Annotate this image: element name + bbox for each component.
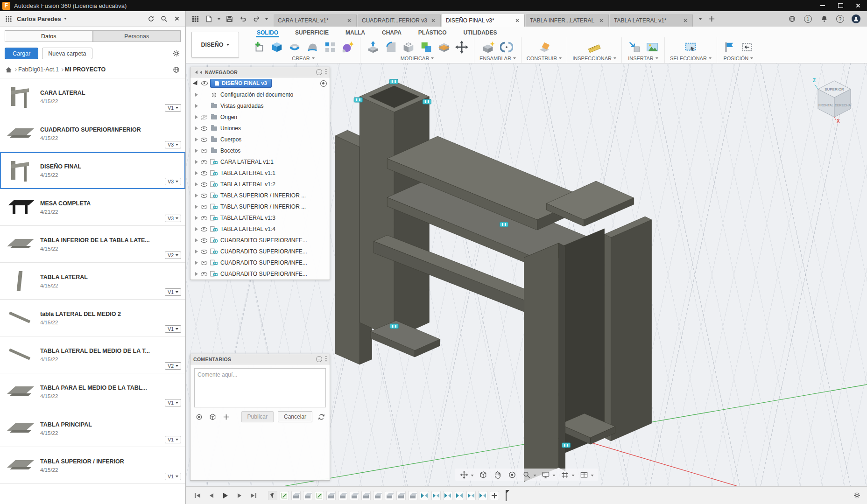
maximize-icon[interactable] xyxy=(832,0,849,11)
timeline-settings-gear-icon[interactable] xyxy=(852,491,861,500)
visibility-eye-icon[interactable] xyxy=(201,194,207,198)
timeline-step-back-icon[interactable] xyxy=(205,490,217,501)
visibility-eye-icon[interactable] xyxy=(201,182,207,187)
expand-arrow-icon[interactable] xyxy=(195,138,198,141)
ribbon-tab[interactable]: UTILIDADES xyxy=(462,29,498,37)
version-badge[interactable]: V1 xyxy=(165,473,181,480)
timeline-feature[interactable] xyxy=(280,491,289,500)
navigator-item[interactable]: CARA LATERAL v1:1 xyxy=(190,156,330,168)
component-filter-icon[interactable] xyxy=(193,80,199,86)
panel-settings-gear-icon[interactable] xyxy=(171,49,181,58)
apps-grid-icon[interactable] xyxy=(190,14,200,24)
version-badge[interactable]: V3 xyxy=(165,215,181,222)
new-tab-plus-icon[interactable] xyxy=(707,14,716,24)
expand-arrow-icon[interactable] xyxy=(195,149,198,153)
project-item[interactable]: tabla LATERAL DEL MEDIO 2 4/15/22 V1 xyxy=(0,300,185,336)
globe-icon[interactable] xyxy=(171,65,181,74)
close-tab-icon[interactable] xyxy=(431,18,436,23)
navigator-item[interactable]: TABLA LATERAL v1:2 xyxy=(190,179,330,190)
timeline-go-start-icon[interactable] xyxy=(191,490,203,501)
visibility-eye-icon[interactable] xyxy=(201,126,207,131)
version-badge[interactable]: V1 xyxy=(165,104,181,112)
close-tab-icon[interactable] xyxy=(599,18,604,23)
extensions-globe-icon[interactable] xyxy=(787,14,797,24)
minimize-icon[interactable] xyxy=(814,0,832,11)
viewcube[interactable]: SUPERIOR FRONTAL DERECHA Z X xyxy=(808,71,860,123)
hand-pan-icon[interactable] xyxy=(493,470,502,479)
move-copy-icon[interactable] xyxy=(454,40,469,55)
document-tab[interactable]: TABLA INFER...LATERAL v2* xyxy=(526,14,609,27)
expand-arrow-icon[interactable] xyxy=(195,115,198,119)
combine-icon[interactable] xyxy=(419,40,433,55)
timeline-feature[interactable] xyxy=(338,491,347,500)
publish-button[interactable]: Publicar xyxy=(241,411,274,422)
navigator-item[interactable]: Cuerpos xyxy=(190,134,330,145)
sweep-icon[interactable] xyxy=(305,40,319,55)
display-settings-icon[interactable] xyxy=(541,470,550,479)
timeline-feature[interactable] xyxy=(490,491,499,500)
visibility-eye-icon[interactable] xyxy=(201,272,207,276)
viewports-icon[interactable] xyxy=(579,470,589,479)
expand-arrow-icon[interactable] xyxy=(195,261,198,265)
expand-arrow-icon[interactable] xyxy=(195,238,198,242)
project-item[interactable]: TABLA INFERIOR DE LA TABLA LATE... 4/15/… xyxy=(0,226,185,263)
navigator-item[interactable]: Configuración del documento xyxy=(190,89,330,100)
project-item[interactable]: TABLA PARA EL MEDIO DE LA TABL... 4/15/2… xyxy=(0,373,185,410)
visibility-eye-icon[interactable] xyxy=(201,160,207,164)
breadcrumb-project[interactable]: FabDig01-Act.1 xyxy=(18,66,59,73)
navigator-item[interactable]: CUADRADITO SUPERIOR/INFE... xyxy=(190,235,330,246)
navigator-item[interactable]: Bocetos xyxy=(190,145,330,156)
visibility-eye-icon[interactable] xyxy=(201,138,207,142)
upload-button[interactable]: Cargar xyxy=(5,48,38,59)
visibility-eye-icon[interactable] xyxy=(201,250,207,254)
ribbon-tab[interactable]: SOLIDO xyxy=(256,29,279,37)
select-box-icon[interactable] xyxy=(684,40,698,55)
expand-arrow-icon[interactable] xyxy=(195,104,198,108)
timeline-feature[interactable] xyxy=(443,491,452,500)
project-item[interactable]: TABLA SUPERIOR / INFERIOR 4/15/22 V1 xyxy=(0,447,185,484)
chevron-down-icon[interactable] xyxy=(218,18,220,21)
timeline-go-end-icon[interactable] xyxy=(247,490,259,501)
timeline-feature[interactable] xyxy=(315,491,324,500)
capture-view-icon[interactable] xyxy=(194,412,204,421)
add-icon[interactable] xyxy=(221,412,231,421)
chevron-down-icon[interactable] xyxy=(552,475,555,478)
search-icon[interactable] xyxy=(159,14,169,23)
refresh-icon[interactable] xyxy=(146,14,155,23)
measure-icon[interactable] xyxy=(587,40,602,55)
pattern-icon[interactable] xyxy=(323,40,337,55)
group-label-modificar[interactable]: MODIFICAR xyxy=(401,56,434,62)
timeline-feature[interactable] xyxy=(326,491,336,500)
chevron-down-icon[interactable] xyxy=(471,475,473,478)
minimize-panel-icon[interactable] xyxy=(316,69,322,75)
joint-icon[interactable] xyxy=(499,40,514,55)
visibility-eye-icon[interactable] xyxy=(201,216,207,220)
timeline-play-icon[interactable] xyxy=(219,490,231,501)
job-status-icon[interactable]: 1 xyxy=(804,15,812,23)
close-window-icon[interactable] xyxy=(849,0,867,11)
navigator-item[interactable]: Origen xyxy=(190,112,330,123)
save-icon[interactable] xyxy=(225,14,234,24)
insert-derive-icon[interactable] xyxy=(627,40,641,55)
orbit-icon[interactable] xyxy=(508,470,517,479)
navigator-item[interactable]: CUADRADITO SUPERIOR/INFE... xyxy=(190,268,330,280)
new-file-icon[interactable] xyxy=(204,14,213,24)
project-item[interactable]: DISEÑO FINAL 4/15/22 V3 xyxy=(0,152,185,189)
revert-position-icon[interactable] xyxy=(740,40,754,55)
visibility-eye-icon[interactable] xyxy=(201,205,207,209)
comment-input[interactable] xyxy=(194,368,326,407)
timeline-feature[interactable] xyxy=(431,491,441,500)
chevron-down-icon[interactable] xyxy=(591,475,593,478)
expand-arrow-icon[interactable] xyxy=(195,160,198,164)
expand-arrow-icon[interactable] xyxy=(195,216,198,220)
group-label-crear[interactable]: CREAR xyxy=(292,56,315,62)
timeline-position-marker[interactable] xyxy=(504,490,508,501)
create-form-icon[interactable] xyxy=(340,40,355,55)
ribbon-tab[interactable]: CHAPA xyxy=(381,29,402,37)
timeline-feature[interactable] xyxy=(303,491,312,500)
project-item[interactable]: MESA COMPLETA 4/21/22 V3 xyxy=(0,189,185,226)
timeline-feature[interactable] xyxy=(361,491,371,500)
activate-component-icon[interactable] xyxy=(320,80,327,87)
navigator-item[interactable]: CUADRADITO SUPERIOR/INFE... xyxy=(190,257,330,268)
help-icon[interactable]: ? xyxy=(836,15,844,23)
